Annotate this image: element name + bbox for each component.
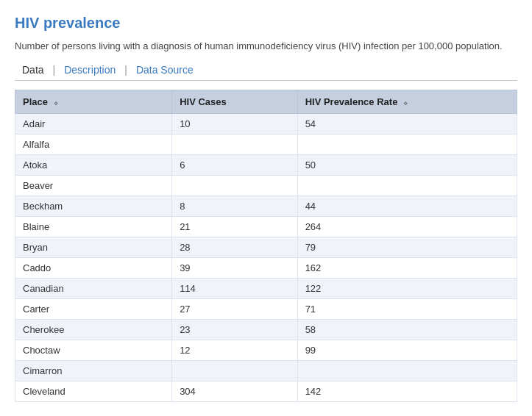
cell-rate: 162 xyxy=(297,257,517,278)
tab-data[interactable]: Data xyxy=(15,64,52,76)
cell-place: Carter xyxy=(15,298,172,319)
cell-cases xyxy=(172,175,298,196)
cell-rate: 79 xyxy=(297,237,517,257)
cell-place: Choctaw xyxy=(15,340,172,360)
sort-icon-place: ⬦ xyxy=(54,98,58,107)
table-header-row: Place ⬦ HIV Cases HIV Prevalence Rate ⬦ xyxy=(15,90,517,113)
col-header-cases: HIV Cases xyxy=(172,90,298,113)
table-row: Alfalfa xyxy=(15,134,517,154)
table-row: Beaver xyxy=(15,175,517,196)
tab-divider-1: | xyxy=(52,64,57,76)
table-row: Atoka650 xyxy=(15,154,517,175)
cell-place: Blaine xyxy=(15,216,172,237)
table-row: Bryan2879 xyxy=(15,237,517,257)
table-row: Blaine21264 xyxy=(15,216,517,237)
cell-place: Beckham xyxy=(15,196,172,216)
tab-datasource[interactable]: Data Source xyxy=(129,64,201,76)
table-body: Adair1054AlfalfaAtoka650BeaverBeckham844… xyxy=(15,113,517,401)
cell-place: Cherokee xyxy=(15,319,172,340)
table-row: Beckham844 xyxy=(15,196,517,216)
cell-rate: 54 xyxy=(297,113,517,134)
cell-rate xyxy=(297,175,517,196)
cell-cases: 114 xyxy=(172,278,298,298)
table-row: Carter2771 xyxy=(15,298,517,319)
cell-cases: 39 xyxy=(172,257,298,278)
cell-cases xyxy=(172,360,298,381)
cell-place: Atoka xyxy=(15,154,172,175)
cell-place: Cimarron xyxy=(15,360,172,381)
tab-description[interactable]: Description xyxy=(57,64,123,76)
cell-rate: 264 xyxy=(297,216,517,237)
cell-rate: 44 xyxy=(297,196,517,216)
cell-cases: 27 xyxy=(172,298,298,319)
page-description: Number of persons living with a diagnosi… xyxy=(15,39,517,54)
cell-cases: 6 xyxy=(172,154,298,175)
page-title: HIV prevalence xyxy=(15,15,517,32)
cell-rate xyxy=(297,360,517,381)
sort-icon-rate: ⬦ xyxy=(403,98,408,107)
tab-divider-2: | xyxy=(123,64,129,76)
col-header-place[interactable]: Place ⬦ xyxy=(15,90,172,113)
data-table: Place ⬦ HIV Cases HIV Prevalence Rate ⬦ … xyxy=(15,90,517,402)
cell-rate: 122 xyxy=(297,278,517,298)
cell-place: Beaver xyxy=(15,175,172,196)
cell-cases xyxy=(172,134,298,154)
table-row: Choctaw1299 xyxy=(15,340,517,360)
cell-cases: 21 xyxy=(172,216,298,237)
cell-rate: 71 xyxy=(297,298,517,319)
cell-place: Cleveland xyxy=(15,381,172,401)
cell-cases: 8 xyxy=(172,196,298,216)
col-header-rate[interactable]: HIV Prevalence Rate ⬦ xyxy=(297,90,517,113)
table-row: Cimarron xyxy=(15,360,517,381)
cell-place: Alfalfa xyxy=(15,134,172,154)
table-row: Cherokee2358 xyxy=(15,319,517,340)
table-row: Adair1054 xyxy=(15,113,517,134)
cell-cases: 304 xyxy=(172,381,298,401)
table-row: Cleveland304142 xyxy=(15,381,517,401)
cell-rate: 99 xyxy=(297,340,517,360)
cell-cases: 23 xyxy=(172,319,298,340)
cell-rate: 142 xyxy=(297,381,517,401)
cell-cases: 28 xyxy=(172,237,298,257)
cell-cases: 10 xyxy=(172,113,298,134)
table-row: Canadian114122 xyxy=(15,278,517,298)
table-row: Caddo39162 xyxy=(15,257,517,278)
cell-place: Adair xyxy=(15,113,172,134)
cell-place: Bryan xyxy=(15,237,172,257)
cell-place: Canadian xyxy=(15,278,172,298)
cell-rate: 58 xyxy=(297,319,517,340)
cell-rate xyxy=(297,134,517,154)
cell-rate: 50 xyxy=(297,154,517,175)
cell-place: Caddo xyxy=(15,257,172,278)
cell-cases: 12 xyxy=(172,340,298,360)
tabs-nav: Data | Description | Data Source xyxy=(15,64,517,81)
